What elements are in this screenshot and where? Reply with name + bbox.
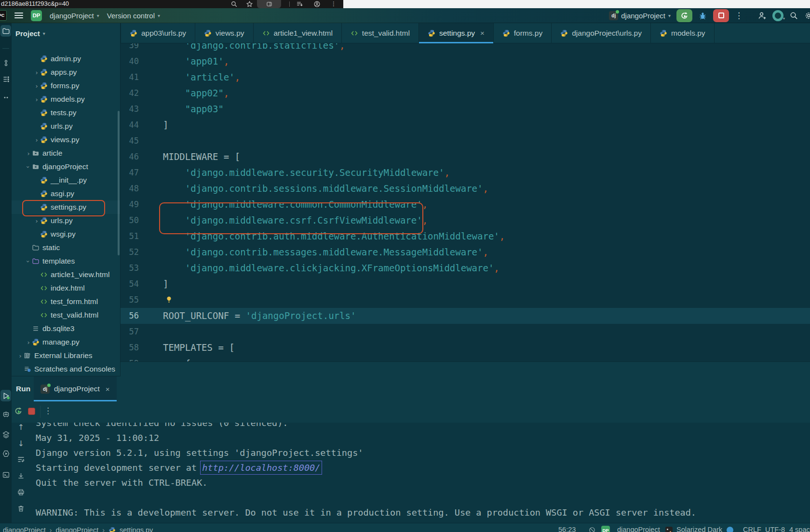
close-icon[interactable]: × [106,385,110,393]
chevron-right-icon[interactable] [33,96,40,103]
zoom-icon[interactable] [230,0,238,8]
services-icon[interactable] [0,408,11,420]
theme-widget[interactable]: Solarized Dark [676,523,722,532]
tab-djangoproject-urls-py[interactable]: djangoProject\urls.py [552,23,651,43]
rerun-button[interactable] [676,9,692,22]
tab-article1-view-html[interactable]: article1_view.html [254,23,342,43]
breadcrumb-item[interactable]: settings.py [120,526,153,532]
add-user-icon[interactable] [757,11,767,20]
soft-wrap-icon[interactable] [17,455,25,464]
notifications-muted-icon[interactable] [588,526,596,532]
run-console[interactable]: System check identified no issues (0 sil… [12,423,810,523]
intention-lightbulb-icon[interactable] [165,296,173,304]
tab-test-valid-html[interactable]: test_valid.html [342,23,419,43]
settings-gear-icon[interactable] [804,11,810,20]
tab-list-icon[interactable] [296,0,303,8]
chevron-right-icon[interactable] [25,339,32,346]
tree-item[interactable]: forms.py [12,79,121,93]
tree-item[interactable]: wsgi.py [12,227,121,241]
run-tool-icon[interactable] [0,390,11,401]
tree-item[interactable]: models.py [12,93,121,106]
tree-item[interactable]: manage.py [12,335,121,349]
avatar[interactable]: ▾ [772,10,783,21]
tree-item[interactable]: admin.py [12,52,121,66]
line-ending-widget[interactable]: CRLF [743,523,761,532]
project-menu[interactable]: djangoProject ▾ [50,12,99,20]
profiler-icon[interactable] [0,448,11,459]
tree-item-external-libraries[interactable]: External Libraries [12,349,121,362]
tree-item[interactable]: article1_view.html [12,268,121,281]
tab-settings-py[interactable]: settings.py× [419,23,494,43]
tab-app03-urls-py[interactable]: app03\urls.py [121,23,195,43]
interpreter-widget[interactable]: djangoProject [617,523,660,532]
chevron-right-icon[interactable] [33,69,40,76]
run-tab-djangoproject[interactable]: dj djangoProject × [34,376,117,401]
tree-item[interactable]: article [12,146,121,160]
scroll-down-icon[interactable]: ↓ [17,439,25,448]
stop-button[interactable] [713,9,729,22]
code-editor[interactable]: 39 'django.contrib.staticfiles', 40 'app… [121,43,810,361]
tab-views-py[interactable]: views.py [195,23,253,43]
status-dot-icon[interactable] [727,527,733,532]
tree-item[interactable]: apps.py [12,66,121,79]
bookmark-star-icon[interactable] [246,0,253,8]
run-config-selector[interactable]: dj djangoProject ▾ [609,11,671,20]
kebab-menu-icon[interactable]: ⋮ [331,0,337,8]
structure-icon[interactable] [0,73,11,85]
tree-item[interactable]: urls.py [12,120,121,133]
stop-icon[interactable] [28,408,35,415]
tree-item-scratches[interactable]: Scratches and Consoles [12,362,121,376]
more-tools-icon[interactable] [0,92,11,103]
tree-item[interactable]: static [12,241,121,254]
main-menu-button[interactable] [14,13,23,18]
close-icon[interactable]: × [480,29,485,37]
terminal-icon[interactable] [0,469,11,480]
version-control-menu[interactable]: Version control ▾ [107,12,160,20]
chevron-down-icon[interactable] [25,258,32,265]
clear-all-icon[interactable] [17,505,25,513]
debug-icon[interactable] [698,11,707,20]
chevron-right-icon[interactable] [25,150,32,157]
chevron-down-icon[interactable] [25,163,32,171]
breadcrumb-item[interactable]: djangoProject [3,526,46,532]
tree-item[interactable]: test_valid.html [12,308,121,322]
kebab-menu-icon[interactable]: ⋮ [44,406,52,415]
tree-item[interactable]: templates [12,254,121,268]
tab-models-py[interactable]: models.py [651,23,715,43]
url-fragment[interactable]: d2186ae811f293c&p=40 [1,0,69,8]
cursor-position[interactable]: 56:23 [558,523,576,532]
tab-forms-py[interactable]: forms.py [494,23,552,43]
commit-icon[interactable] [0,57,11,68]
scroll-to-end-icon[interactable] [17,472,25,480]
encoding-widget[interactable]: UTF-8 [765,523,785,532]
console-line: May 31, 2025 - 11:00:12 [12,430,810,445]
tree-item-settings-py[interactable]: settings.py [12,200,121,214]
print-icon[interactable] [17,488,25,496]
rerun-icon[interactable] [14,406,23,416]
tree-item[interactable]: db.sqlite3 [12,322,121,335]
project-panel-header[interactable]: Project ▾ [15,27,45,39]
python-packages-icon[interactable] [0,428,11,440]
breadcrumb-item[interactable]: djangoProject [56,526,99,532]
scroll-up-icon[interactable]: ↑ [17,423,25,431]
project-tool-icon[interactable] [0,25,11,37]
profile-icon[interactable] [313,0,321,8]
chevron-right-icon[interactable] [33,82,40,90]
chevron-right-icon[interactable] [33,217,40,225]
tree-item[interactable]: index.html [12,281,121,295]
tree-item[interactable]: __init__.py [12,173,121,187]
localhost-link[interactable]: http://localhost:8000/ [202,463,320,473]
tree-item[interactable]: tests.py [12,106,121,120]
tree-item[interactable]: djangoProject [12,160,121,173]
scrollbar-thumb[interactable] [118,111,120,255]
tree-item[interactable]: asgi.py [12,187,121,200]
search-icon[interactable] [789,11,798,20]
kebab-menu-icon[interactable]: ⋮ [735,12,743,20]
tree-item[interactable]: test_form.html [12,295,121,308]
chevron-right-icon[interactable] [17,352,24,359]
tree-item[interactable]: urls.py [12,214,121,227]
side-panel-button[interactable] [257,0,281,8]
indent-widget[interactable]: 4 spaces [789,523,810,532]
tree-item[interactable]: views.py [12,133,121,146]
chevron-right-icon[interactable] [33,136,40,144]
